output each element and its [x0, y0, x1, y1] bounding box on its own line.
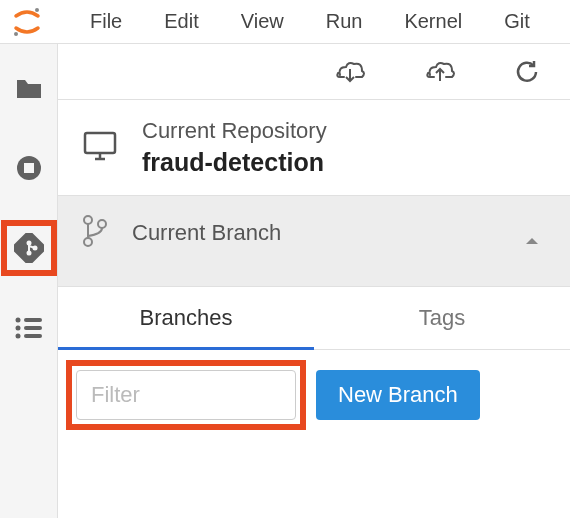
- git-extension-icon[interactable]: [13, 232, 45, 264]
- top-menu-bar: File Edit View Run Kernel Git: [0, 0, 570, 44]
- repo-text-block: Current Repository fraud-detection: [142, 118, 327, 177]
- svg-rect-15: [24, 334, 42, 338]
- table-of-contents-icon[interactable]: [13, 312, 45, 344]
- svg-point-10: [15, 318, 20, 323]
- menu-kernel[interactable]: Kernel: [384, 2, 482, 41]
- branch-filter-row: New Branch: [58, 350, 570, 440]
- running-terminals-icon[interactable]: [13, 152, 45, 184]
- branch-tabs: Branches Tags: [58, 287, 570, 350]
- svg-point-22: [84, 238, 92, 246]
- tab-branches[interactable]: Branches: [58, 287, 314, 349]
- filter-highlight-box: [76, 370, 296, 420]
- main-layout: Current Repository fraud-detection Curre…: [0, 44, 570, 518]
- menu-view[interactable]: View: [221, 2, 304, 41]
- svg-point-21: [84, 216, 92, 224]
- menu-file[interactable]: File: [70, 2, 142, 41]
- branch-icon: [82, 214, 108, 252]
- branch-filter-input[interactable]: [76, 370, 296, 420]
- git-panel: Current Repository fraud-detection Curre…: [58, 44, 570, 518]
- current-branch-section[interactable]: Current Branch: [58, 196, 570, 287]
- file-browser-icon[interactable]: [13, 72, 45, 104]
- current-repository-label: Current Repository: [142, 118, 327, 144]
- svg-point-14: [15, 334, 20, 339]
- svg-point-12: [15, 326, 20, 331]
- push-icon[interactable]: [424, 59, 456, 85]
- menu-edit[interactable]: Edit: [144, 2, 218, 41]
- menu-run[interactable]: Run: [306, 2, 383, 41]
- svg-point-0: [35, 8, 39, 12]
- current-repository-section[interactable]: Current Repository fraud-detection: [58, 100, 570, 196]
- monitor-icon: [82, 130, 118, 166]
- svg-rect-11: [24, 318, 42, 322]
- svg-rect-18: [85, 133, 115, 153]
- menu-git[interactable]: Git: [484, 2, 550, 41]
- new-branch-button[interactable]: New Branch: [316, 370, 480, 420]
- svg-rect-3: [24, 163, 34, 173]
- refresh-icon[interactable]: [514, 59, 540, 85]
- left-sidebar-rail: [0, 44, 58, 518]
- tab-tags[interactable]: Tags: [314, 287, 570, 349]
- current-branch-label: Current Branch: [132, 220, 281, 246]
- svg-point-1: [14, 32, 18, 36]
- pull-icon[interactable]: [334, 59, 366, 85]
- current-repository-name: fraud-detection: [142, 148, 327, 177]
- git-toolbar: [58, 44, 570, 100]
- svg-rect-13: [24, 326, 42, 330]
- collapse-caret-icon[interactable]: [524, 232, 540, 250]
- svg-point-23: [98, 220, 106, 228]
- jupyter-logo: [8, 3, 46, 41]
